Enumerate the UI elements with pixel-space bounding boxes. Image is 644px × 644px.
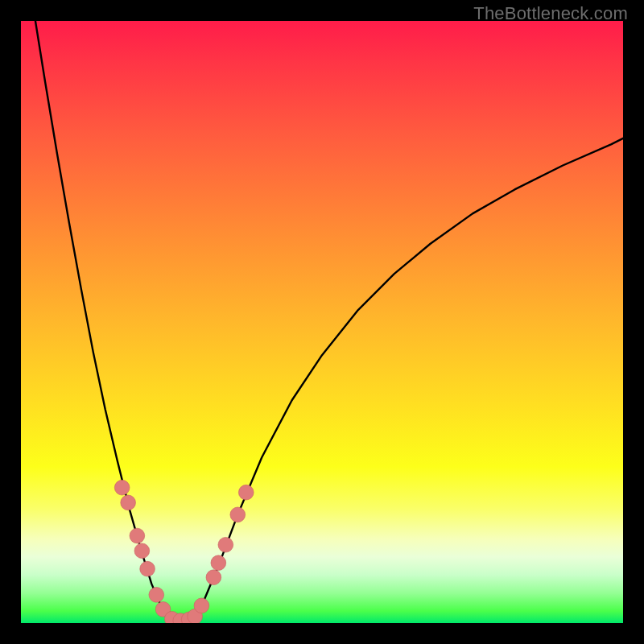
data-marker [206,570,221,585]
data-marker [194,598,209,613]
data-marker [211,555,226,571]
curve-markers [114,480,254,623]
watermark-text: TheBottleneck.com [473,3,628,24]
data-marker [218,537,233,552]
data-marker [238,485,254,500]
plot-area [21,21,623,623]
curve-svg [21,21,623,623]
data-marker [114,480,130,495]
bottleneck-curve [35,21,623,621]
data-marker [121,495,136,510]
data-marker [149,587,164,602]
data-marker [140,561,155,576]
data-marker [230,507,246,522]
data-marker [134,543,150,559]
data-marker [130,528,145,543]
